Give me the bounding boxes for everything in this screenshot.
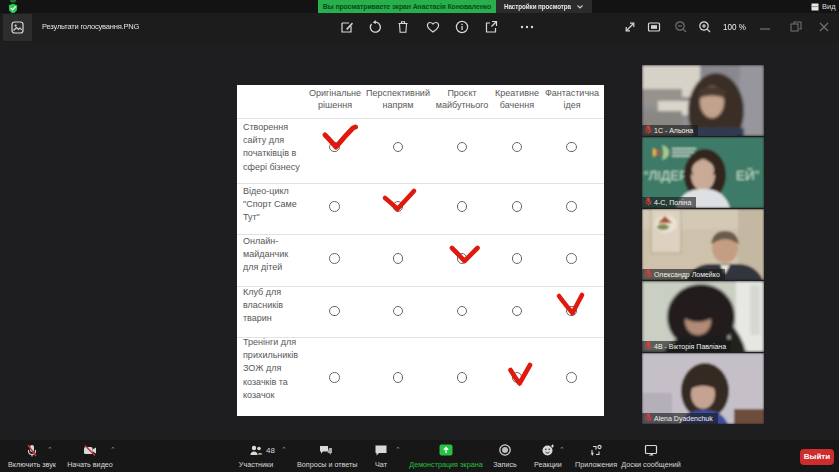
svg-text:“ЛІДЕР: “ЛІДЕР — [644, 168, 688, 183]
svg-text:ЕЙ”: ЕЙ” — [736, 168, 759, 183]
